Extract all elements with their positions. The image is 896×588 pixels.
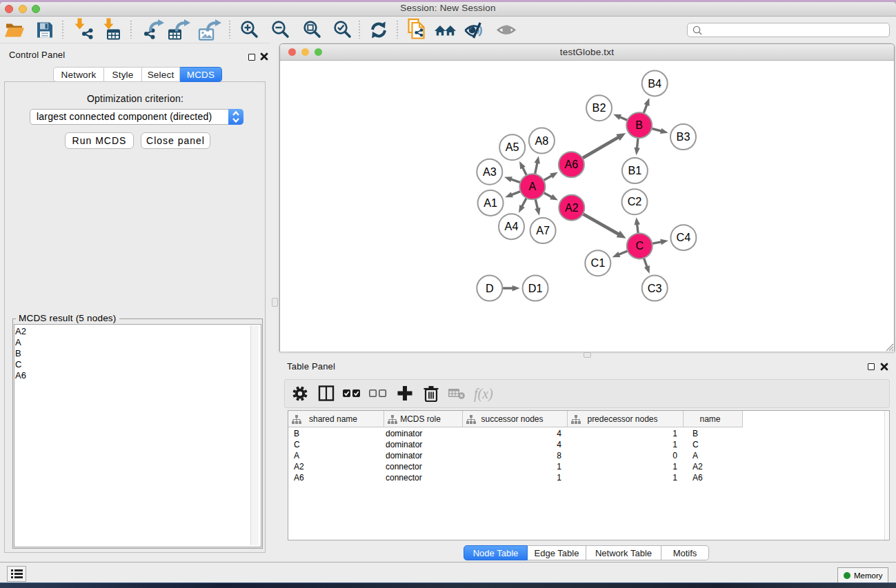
svg-text:A4: A4 — [505, 220, 519, 232]
svg-text:C2: C2 — [628, 195, 642, 207]
svg-text:C3: C3 — [648, 282, 662, 294]
svg-text:A5: A5 — [506, 141, 519, 153]
svg-text:f(x): f(x) — [474, 386, 493, 402]
svg-text:A1: A1 — [484, 196, 497, 209]
svg-text:B3: B3 — [677, 130, 690, 143]
svg-text:B: B — [635, 119, 643, 131]
svg-text:C4: C4 — [677, 231, 691, 243]
svg-text:B1: B1 — [628, 164, 641, 176]
svg-text:D1: D1 — [528, 282, 543, 294]
svg-text:D: D — [486, 282, 494, 294]
svg-text:A3: A3 — [483, 165, 497, 178]
svg-text:A8: A8 — [535, 134, 548, 147]
svg-text:A6: A6 — [565, 159, 579, 170]
svg-text:A: A — [529, 181, 537, 192]
svg-text:C1: C1 — [590, 256, 605, 269]
svg-text:A7: A7 — [536, 224, 550, 236]
svg-text:A2: A2 — [565, 202, 579, 214]
svg-text:B4: B4 — [648, 77, 661, 90]
svg-text:C: C — [635, 240, 644, 252]
svg-text:B2: B2 — [593, 101, 606, 114]
